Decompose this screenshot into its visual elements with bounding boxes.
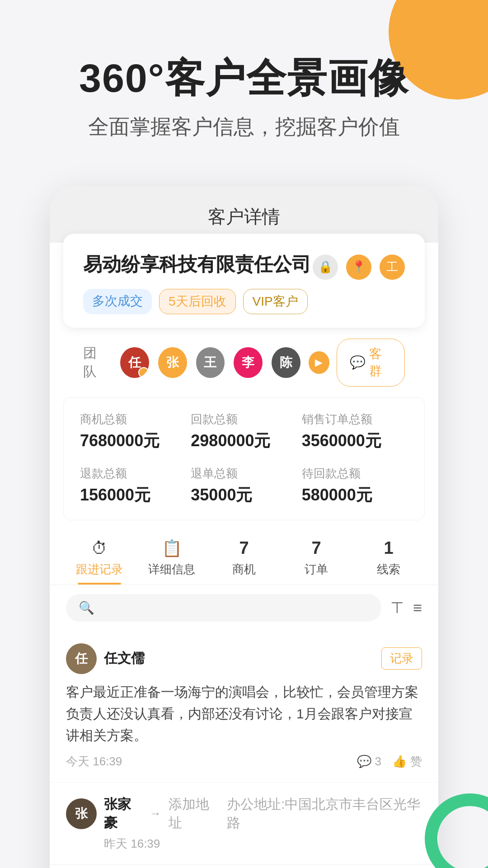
stat-item-1: 回款总额 2980000元 [191, 411, 297, 452]
stat-label-0: 商机总额 [80, 411, 186, 427]
stats-grid: 商机总额 7680000元 回款总额 2980000元 销售订单总额 35600… [63, 397, 425, 520]
stat-value-4: 35000元 [191, 484, 297, 506]
record-item-1: 任 任文儒 记录 客户最近正准备一场海宁的演唱会，比较忙，会员管理方案负责人还没… [50, 631, 438, 783]
tag-duoci: 多次成交 [83, 289, 152, 314]
tab-xiangxi-label: 详细信息 [148, 561, 195, 577]
stat-item-0: 商机总额 7680000元 [80, 411, 186, 452]
record-1-comment[interactable]: 💬 3 [357, 755, 381, 769]
stat-label-2: 销售订单总额 [302, 411, 408, 427]
more-members-button[interactable]: ▶ [309, 351, 330, 374]
tab-xiansuo[interactable]: 1 线索 [352, 529, 425, 585]
lock-icon[interactable]: 🔒 [313, 255, 338, 280]
record-2-content-inline: 办公地址:中国北京市丰台区光华路 [227, 795, 422, 832]
tab-doc-icon: 📋 [162, 539, 182, 558]
stat-item-5: 待回款总额 580000元 [302, 466, 408, 506]
hero-section: 360°客户全景画像 全面掌握客户信息，挖掘客户价值 [0, 0, 488, 168]
kequn-icon: 💬 [350, 355, 366, 370]
record-2-name: 张家豪 [104, 795, 142, 832]
record-2-action: 添加地址 [169, 795, 220, 832]
stat-label-4: 退单总额 [191, 466, 297, 481]
stat-item-4: 退单总额 35000元 [191, 466, 297, 506]
customer-card: 易动纷享科技有限责任公司 🔒 📍 工 多次成交 5天后回收 VIP客户 [63, 234, 425, 328]
record-1-time: 今天 16:39 [66, 754, 122, 769]
like-label: 赞 [410, 754, 422, 769]
avatar-1[interactable]: 任 [119, 346, 150, 379]
record-1-like[interactable]: 👍 赞 [392, 754, 422, 769]
record-2-avatar: 张 [66, 798, 97, 829]
comment-count: 3 [375, 755, 381, 769]
work-icon[interactable]: 工 [380, 255, 405, 280]
tab-dingdan-count: 7 [311, 538, 321, 558]
like-icon: 👍 [392, 755, 407, 769]
record-1-tag: 记录 [381, 647, 422, 670]
stat-value-0: 7680000元 [80, 430, 186, 452]
tag-row: 多次成交 5天后回收 VIP客户 [83, 289, 405, 314]
tab-dingdan[interactable]: 7 订单 [280, 529, 352, 585]
tab-clock-icon: ⏱ [91, 539, 108, 558]
search-icon: 🔍 [79, 600, 94, 615]
tab-genjin[interactable]: ⏱ 跟进记录 [63, 530, 136, 585]
search-row: 🔍 ⊤ ≡ [50, 585, 438, 631]
record-1-name: 任文儒 [104, 649, 374, 668]
tag-vip: VIP客户 [243, 289, 308, 314]
team-label: 团队 [83, 344, 108, 381]
stat-value-5: 580000元 [302, 484, 408, 506]
stat-label-5: 待回款总额 [302, 466, 408, 481]
record-2-header: 张 张家豪 → 添加地址 办公地址:中国北京市丰台区光华路 [66, 795, 422, 832]
stat-value-1: 2980000元 [191, 430, 297, 452]
stat-value-2: 3560000元 [302, 430, 408, 452]
avatar-4[interactable]: 李 [233, 346, 263, 379]
filter-icon[interactable]: ⊤ [390, 599, 404, 617]
tab-xiansuo-label: 线索 [377, 561, 400, 577]
record-1-avatar: 任 [66, 643, 97, 674]
search-box[interactable]: 🔍 [66, 594, 381, 622]
mockup-top-bar-title: 客户详情 [72, 204, 416, 229]
record-2-time: 昨天 16:39 [66, 836, 422, 852]
record-1-content: 客户最近正准备一场海宁的演唱会，比较忙，会员管理方案负责人还没认真看，内部还没有… [66, 681, 422, 746]
tab-xiangxi[interactable]: 📋 详细信息 [136, 530, 208, 585]
record-1-footer: 今天 16:39 💬 3 👍 赞 [66, 754, 422, 769]
stat-item-2: 销售订单总额 3560000元 [302, 411, 408, 452]
tab-xiansuo-count: 1 [384, 538, 393, 558]
sort-icon[interactable]: ≡ [413, 599, 422, 617]
tab-shangji-label: 商机 [232, 561, 256, 577]
stat-item-3: 退款总额 156000元 [80, 466, 186, 506]
stat-label-3: 退款总额 [80, 466, 186, 481]
avatar-5[interactable]: 陈 [271, 346, 301, 379]
phone-mockup: 客户详情 易动纷享科技有限责任公司 🔒 📍 工 多次成交 5天后回收 VIP客户… [50, 186, 438, 868]
tab-shangji[interactable]: 7 商机 [208, 529, 280, 585]
record-1-header: 任 任文儒 记录 [66, 643, 422, 674]
hero-subtitle: 全面掌握客户信息，挖掘客户价值 [27, 113, 461, 141]
tab-shangji-count: 7 [239, 538, 249, 558]
kequn-label: 客群 [369, 345, 392, 380]
record-2-arrow: → [150, 807, 161, 821]
record-1-actions: 💬 3 👍 赞 [357, 754, 422, 769]
bottom-toolbar: 写销售记录 ⇄ 发起流程 📞 打电话 ··· 更多 [50, 864, 438, 868]
tab-dingdan-label: 订单 [305, 561, 328, 577]
comment-icon: 💬 [357, 755, 371, 769]
avatar-3[interactable]: 王 [195, 346, 226, 379]
customer-name: 易动纷享科技有限责任公司 [83, 252, 313, 277]
location-icon[interactable]: 📍 [346, 255, 371, 280]
avatar-2[interactable]: 张 [157, 346, 188, 379]
customer-icons: 🔒 📍 工 [313, 255, 405, 280]
tab-genjin-label: 跟进记录 [76, 561, 123, 577]
customer-card-header: 易动纷享科技有限责任公司 🔒 📍 工 [83, 252, 405, 280]
team-row: 团队 任 张 王 李 陈 ▶ 💬 客群 [63, 328, 425, 397]
kequn-button[interactable]: 💬 客群 [337, 339, 405, 387]
stat-label-1: 回款总额 [191, 411, 297, 427]
stat-value-3: 156000元 [80, 484, 186, 506]
hero-title: 360°客户全景画像 [27, 54, 461, 102]
tab-bar: ⏱ 跟进记录 📋 详细信息 7 商机 7 订单 1 线索 [50, 529, 438, 585]
record-item-2: 张 张家豪 → 添加地址 办公地址:中国北京市丰台区光华路 昨天 16:39 [50, 783, 438, 864]
tag-huishou: 5天后回收 [159, 289, 236, 314]
